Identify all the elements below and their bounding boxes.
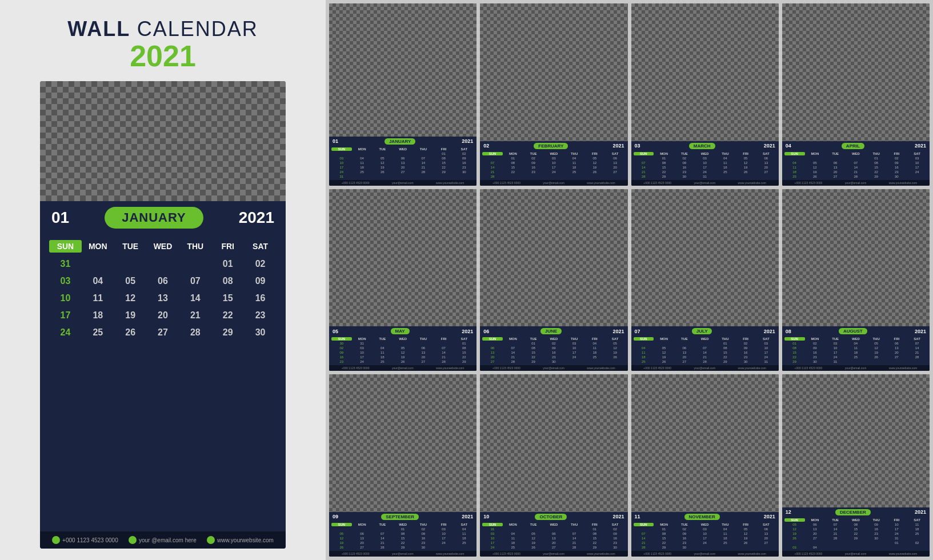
mini-day-cell: 07 — [413, 156, 434, 161]
mini-day-cell — [634, 527, 654, 531]
mini-month-header: 05 MAY 2021 — [329, 326, 476, 336]
mini-day-cell: 15 — [784, 350, 805, 355]
mini-day-cell: 25 — [503, 545, 523, 550]
mini-day-cell: 07 — [503, 346, 523, 350]
mini-day-cell: 30 — [805, 359, 826, 364]
mini-day-cell: 15 — [584, 536, 605, 541]
mini-day-rows: 0102030405060708091011121314151617181920… — [784, 156, 927, 179]
mini-day-header: SUN — [784, 337, 805, 341]
mini-month-header: 06 JUNE 2021 — [480, 326, 627, 336]
mini-day-cell: 05 — [735, 156, 756, 161]
mini-day-cell: 17 — [482, 541, 503, 545]
mini-day-cell: 24 — [331, 170, 352, 174]
mini-day-cell: 04 — [805, 545, 826, 550]
mini-day-cell — [352, 151, 373, 156]
mini-day-cell: 06 — [352, 531, 373, 536]
mini-day-cell: 11 — [846, 346, 866, 350]
mini-day-cell: 08 — [434, 156, 454, 161]
main-day-cell: 09 — [244, 273, 277, 289]
mini-day-header: THU — [413, 523, 434, 526]
mini-day-header: MON — [352, 337, 373, 341]
mini-num: 05 — [333, 329, 338, 334]
mini-day-cell: 25 — [454, 541, 475, 545]
mini-day-cell: 29 — [654, 174, 674, 179]
mini-day-cell: 26 — [331, 545, 352, 550]
mini-day-cell: 16 — [735, 350, 756, 355]
mini-day-cell: 29 — [523, 359, 544, 364]
mini-day-cell: 06 — [605, 156, 626, 161]
mini-day-cell: 09 — [674, 161, 695, 165]
mini-day-cell: 23 — [523, 170, 544, 174]
main-month-header: 01 JANUARY 2021 — [40, 201, 286, 234]
day-header-sat: SAT — [244, 240, 277, 253]
mini-num: 03 — [635, 143, 640, 149]
mini-footer: +000 1123 4523 0000your@email.comwww.you… — [631, 365, 779, 371]
mini-day-cell: 27 — [605, 170, 626, 174]
mini-day-cell: 23 — [605, 541, 626, 545]
mini-day-cell — [503, 174, 523, 179]
mini-day-cell: 29 — [866, 174, 887, 179]
main-day-cell: 26 — [114, 325, 147, 341]
mini-day-header: SUN — [331, 147, 352, 151]
mini-day-cell: 11 — [584, 346, 605, 350]
mini-day-cell: 28 — [503, 359, 523, 364]
mini-day-cell: 01 — [523, 341, 544, 346]
mini-day-cell: 26 — [784, 536, 805, 541]
mini-day-cell — [503, 341, 523, 346]
mini-day-cell: 18 — [503, 541, 523, 545]
mini-day-cell: 10 — [887, 522, 907, 527]
mini-card-december: 12 DECEMBER 2021 SUNMONTUEWEDTHUFRISAT05… — [782, 374, 930, 557]
mini-day-cell: 08 — [584, 531, 605, 536]
mini-day-rows: 0102030405060708091011121314151617181920… — [634, 156, 776, 179]
mini-day-cell: 30 — [866, 536, 887, 541]
mini-day-cell: 20 — [887, 350, 907, 355]
mini-day-cell: 17 — [544, 165, 564, 170]
mini-day-cell: 02 — [887, 156, 907, 161]
mini-day-cell: 08 — [393, 531, 413, 536]
mini-day-cell: 07 — [825, 522, 846, 527]
mini-day-cell: 04 — [503, 531, 523, 536]
mini-day-cell: 12 — [805, 165, 826, 170]
main-day-cell: 10 — [49, 290, 82, 306]
mini-day-cell: 12 — [866, 346, 887, 350]
main-day-cell: 18 — [82, 307, 114, 323]
mini-day-cell: 27 — [674, 359, 695, 364]
mini-day-rows: 0102030405060708091011121314151617181920… — [331, 151, 474, 179]
mini-day-header: FRI — [887, 518, 907, 522]
mini-day-cell: 05 — [866, 341, 887, 346]
main-day-cell: 12 — [114, 290, 147, 306]
mini-footer: +000 1123 4523 0000your@email.comwww.you… — [329, 180, 476, 186]
mini-day-cell: 06 — [674, 346, 695, 350]
mini-day-header: MON — [352, 523, 373, 526]
mini-day-cell: 21 — [413, 165, 434, 170]
mini-day-cell: 20 — [805, 531, 826, 536]
mini-month-header: 07 JULY 2021 — [631, 326, 779, 336]
mini-day-header: SAT — [907, 152, 927, 155]
mini-day-cell: 15 — [454, 350, 475, 355]
mini-day-cell: 17 — [331, 165, 352, 170]
mini-day-cell: 21 — [564, 541, 584, 545]
mini-card-october: 10 OCTOBER 2021 SUNMONTUEWEDTHUFRISAT31 … — [480, 374, 627, 557]
mini-day-cell — [756, 545, 776, 550]
mini-day-header: FRI — [584, 337, 605, 341]
mini-day-cell: 19 — [735, 165, 756, 170]
main-day-cell: 22 — [211, 307, 244, 323]
mini-day-cell: 17 — [695, 536, 715, 541]
main-photo-placeholder — [40, 81, 286, 201]
mini-photo-placeholder — [631, 374, 779, 512]
mini-day-cell: 31 — [331, 174, 352, 179]
mini-day-cell — [756, 174, 776, 179]
mini-day-header: MON — [654, 337, 674, 341]
mini-day-header: MON — [352, 147, 373, 151]
mini-day-cell — [584, 359, 605, 364]
main-day-cell: 11 — [82, 290, 114, 306]
mini-day-cell: 13 — [352, 536, 373, 541]
mini-day-cell: 18 — [715, 536, 736, 541]
mini-day-cell — [695, 341, 715, 346]
mini-day-cell: 21 — [695, 355, 715, 359]
day-header-tue: TUE — [114, 240, 147, 253]
mini-day-cell: 30 — [674, 545, 695, 550]
mini-day-header: THU — [866, 518, 887, 522]
mini-day-header: SAT — [454, 337, 475, 341]
mini-day-cell: 03 — [695, 156, 715, 161]
